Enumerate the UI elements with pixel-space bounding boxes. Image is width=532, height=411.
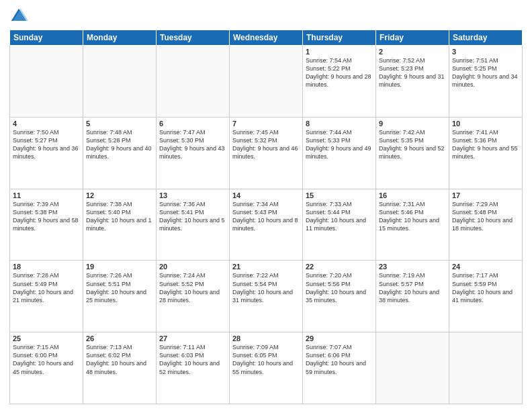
day-info: Sunrise: 7:52 AM Sunset: 5:23 PM Dayligh… [379,56,446,89]
day-cell: 1Sunrise: 7:54 AM Sunset: 5:22 PM Daylig… [303,46,376,118]
day-info: Sunrise: 7:44 AM Sunset: 5:33 PM Dayligh… [306,128,373,161]
day-number: 18 [13,263,80,271]
day-number: 3 [452,48,519,56]
day-info: Sunrise: 7:47 AM Sunset: 5:30 PM Dayligh… [159,128,226,161]
day-number: 26 [86,334,153,342]
day-info: Sunrise: 7:24 AM Sunset: 5:52 PM Dayligh… [159,271,226,304]
day-number: 20 [159,263,226,271]
day-info: Sunrise: 7:20 AM Sunset: 5:56 PM Dayligh… [306,271,373,304]
day-number: 22 [306,263,373,271]
day-cell: 3Sunrise: 7:51 AM Sunset: 5:25 PM Daylig… [449,46,523,118]
day-info: Sunrise: 7:33 AM Sunset: 5:44 PM Dayligh… [306,200,373,233]
weekday-header-wednesday: Wednesday [230,30,303,46]
calendar-header: SundayMondayTuesdayWednesdayThursdayFrid… [10,30,523,46]
day-cell [449,332,523,404]
day-cell: 24Sunrise: 7:17 AM Sunset: 5:59 PM Dayli… [449,261,523,332]
weekday-header-saturday: Saturday [449,30,523,46]
day-info: Sunrise: 7:31 AM Sunset: 5:46 PM Dayligh… [379,200,446,233]
weekday-header-thursday: Thursday [303,30,376,46]
day-info: Sunrise: 7:45 AM Sunset: 5:32 PM Dayligh… [232,128,300,161]
calendar-body: 1Sunrise: 7:54 AM Sunset: 5:22 PM Daylig… [10,46,523,404]
week-row-2: 11Sunrise: 7:39 AM Sunset: 5:38 PM Dayli… [10,189,523,261]
weekday-header-friday: Friday [376,30,449,46]
day-number: 14 [232,191,300,199]
day-number: 24 [452,263,519,271]
day-cell: 4Sunrise: 7:50 AM Sunset: 5:27 PM Daylig… [10,117,83,189]
day-number: 13 [159,191,226,199]
logo [9,7,31,26]
week-row-0: 1Sunrise: 7:54 AM Sunset: 5:22 PM Daylig… [10,46,523,118]
weekday-header-tuesday: Tuesday [157,30,230,46]
week-row-3: 18Sunrise: 7:28 AM Sunset: 5:49 PM Dayli… [10,261,523,332]
day-info: Sunrise: 7:50 AM Sunset: 5:27 PM Dayligh… [13,128,80,161]
day-number: 7 [232,120,300,128]
day-cell: 5Sunrise: 7:48 AM Sunset: 5:28 PM Daylig… [83,117,157,189]
day-cell: 21Sunrise: 7:22 AM Sunset: 5:54 PM Dayli… [230,261,303,332]
weekday-header-monday: Monday [83,30,157,46]
day-cell: 22Sunrise: 7:20 AM Sunset: 5:56 PM Dayli… [303,261,376,332]
day-info: Sunrise: 7:41 AM Sunset: 5:36 PM Dayligh… [452,128,519,161]
day-info: Sunrise: 7:07 AM Sunset: 6:06 PM Dayligh… [306,343,373,376]
day-number: 17 [452,191,519,199]
day-number: 28 [232,334,300,342]
day-cell: 18Sunrise: 7:28 AM Sunset: 5:49 PM Dayli… [10,261,83,332]
day-info: Sunrise: 7:15 AM Sunset: 6:00 PM Dayligh… [13,343,80,376]
day-info: Sunrise: 7:11 AM Sunset: 6:03 PM Dayligh… [159,343,226,376]
week-row-4: 25Sunrise: 7:15 AM Sunset: 6:00 PM Dayli… [10,332,523,404]
day-cell: 12Sunrise: 7:38 AM Sunset: 5:40 PM Dayli… [83,189,157,261]
calendar-page: SundayMondayTuesdayWednesdayThursdayFrid… [0,0,532,411]
day-cell: 19Sunrise: 7:26 AM Sunset: 5:51 PM Dayli… [83,261,157,332]
day-number: 2 [379,48,446,56]
day-cell: 6Sunrise: 7:47 AM Sunset: 5:30 PM Daylig… [157,117,230,189]
header [9,7,523,26]
day-number: 15 [306,191,373,199]
day-cell: 10Sunrise: 7:41 AM Sunset: 5:36 PM Dayli… [449,117,523,189]
day-number: 16 [379,191,446,199]
day-info: Sunrise: 7:13 AM Sunset: 6:02 PM Dayligh… [86,343,153,376]
day-number: 1 [306,48,373,56]
day-number: 21 [232,263,300,271]
day-cell: 25Sunrise: 7:15 AM Sunset: 6:00 PM Dayli… [10,332,83,404]
calendar-table: SundayMondayTuesdayWednesdayThursdayFrid… [9,30,523,404]
day-number: 11 [13,191,80,199]
weekday-row: SundayMondayTuesdayWednesdayThursdayFrid… [10,30,523,46]
day-cell: 9Sunrise: 7:42 AM Sunset: 5:35 PM Daylig… [376,117,449,189]
day-info: Sunrise: 7:19 AM Sunset: 5:57 PM Dayligh… [379,271,446,304]
day-number: 9 [379,120,446,128]
day-cell: 7Sunrise: 7:45 AM Sunset: 5:32 PM Daylig… [230,117,303,189]
day-cell: 16Sunrise: 7:31 AM Sunset: 5:46 PM Dayli… [376,189,449,261]
day-number: 8 [306,120,373,128]
day-cell: 13Sunrise: 7:36 AM Sunset: 5:41 PM Dayli… [157,189,230,261]
day-cell: 26Sunrise: 7:13 AM Sunset: 6:02 PM Dayli… [83,332,157,404]
day-info: Sunrise: 7:39 AM Sunset: 5:38 PM Dayligh… [13,200,80,233]
week-row-1: 4Sunrise: 7:50 AM Sunset: 5:27 PM Daylig… [10,117,523,189]
day-number: 12 [86,191,153,199]
day-info: Sunrise: 7:09 AM Sunset: 6:05 PM Dayligh… [232,343,300,376]
day-cell [83,46,157,118]
day-cell: 28Sunrise: 7:09 AM Sunset: 6:05 PM Dayli… [230,332,303,404]
day-info: Sunrise: 7:36 AM Sunset: 5:41 PM Dayligh… [159,200,226,233]
day-number: 5 [86,120,153,128]
day-cell [376,332,449,404]
day-cell [10,46,83,118]
day-cell: 15Sunrise: 7:33 AM Sunset: 5:44 PM Dayli… [303,189,376,261]
logo-icon [9,7,28,26]
day-cell: 14Sunrise: 7:34 AM Sunset: 5:43 PM Dayli… [230,189,303,261]
day-cell: 2Sunrise: 7:52 AM Sunset: 5:23 PM Daylig… [376,46,449,118]
day-cell [157,46,230,118]
day-info: Sunrise: 7:51 AM Sunset: 5:25 PM Dayligh… [452,56,519,89]
day-cell: 8Sunrise: 7:44 AM Sunset: 5:33 PM Daylig… [303,117,376,189]
weekday-header-sunday: Sunday [10,30,83,46]
day-number: 10 [452,120,519,128]
day-info: Sunrise: 7:38 AM Sunset: 5:40 PM Dayligh… [86,200,153,233]
day-number: 6 [159,120,226,128]
day-number: 23 [379,263,446,271]
day-info: Sunrise: 7:17 AM Sunset: 5:59 PM Dayligh… [452,271,519,304]
day-number: 19 [86,263,153,271]
day-cell: 29Sunrise: 7:07 AM Sunset: 6:06 PM Dayli… [303,332,376,404]
day-info: Sunrise: 7:29 AM Sunset: 5:48 PM Dayligh… [452,200,519,233]
day-number: 29 [306,334,373,342]
day-info: Sunrise: 7:42 AM Sunset: 5:35 PM Dayligh… [379,128,446,161]
day-cell: 11Sunrise: 7:39 AM Sunset: 5:38 PM Dayli… [10,189,83,261]
day-number: 25 [13,334,80,342]
